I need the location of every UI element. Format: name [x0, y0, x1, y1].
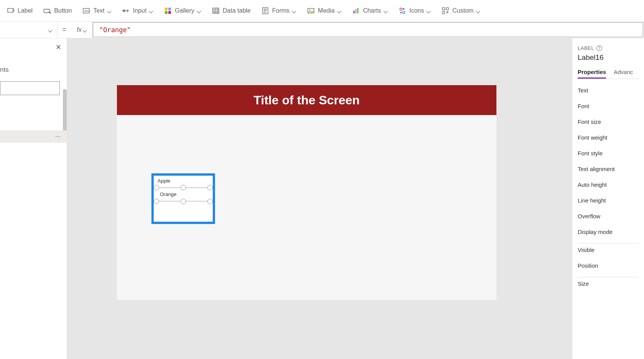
- help-icon[interactable]: ?: [596, 45, 602, 51]
- svg-rect-15: [357, 8, 358, 13]
- forms-icon: [261, 7, 269, 15]
- ribbon-media[interactable]: Media: [302, 5, 346, 17]
- svg-rect-9: [213, 8, 219, 13]
- close-icon[interactable]: ✕: [56, 43, 61, 51]
- ribbon-forms[interactable]: Forms: [257, 5, 301, 17]
- ribbon-input-label: Input: [133, 7, 147, 14]
- custom-icon: [442, 7, 449, 15]
- control-name: Label16: [578, 53, 639, 62]
- formula-input[interactable]: "Orange": [93, 22, 643, 37]
- chevron-down-icon: [197, 9, 201, 13]
- selected-label-control[interactable]: Orange: [156, 188, 210, 201]
- input-icon: [122, 7, 130, 15]
- equals-sign: =: [58, 21, 71, 38]
- ribbon-gallery-label: Gallery: [175, 7, 194, 14]
- prop-fontstyle[interactable]: Font style: [578, 146, 639, 161]
- svg-rect-19: [446, 8, 449, 10]
- tree-search-input[interactable]: [0, 81, 60, 95]
- chevron-down-icon: [49, 28, 53, 32]
- prop-position[interactable]: Position: [578, 258, 639, 273]
- prop-fontsize[interactable]: Font size: [578, 114, 639, 129]
- fx-label: fx: [77, 26, 81, 33]
- prop-visible[interactable]: Visible: [578, 243, 639, 257]
- tree-selected-row[interactable]: ⋯: [0, 130, 67, 143]
- svg-rect-18: [442, 8, 445, 10]
- formula-value: "Orange": [99, 26, 131, 34]
- resize-handle[interactable]: [181, 199, 186, 204]
- svg-rect-7: [165, 11, 168, 14]
- tab-advanced[interactable]: Advanc: [614, 66, 633, 79]
- prop-font[interactable]: Font: [578, 99, 639, 114]
- ribbon-button[interactable]: Button: [39, 5, 76, 17]
- button-icon: [43, 7, 51, 15]
- ribbon-icons-label: Icons: [409, 7, 424, 14]
- property-selector[interactable]: [0, 21, 58, 38]
- chevron-down-icon: [338, 9, 342, 13]
- tab-properties[interactable]: Properties: [578, 66, 606, 79]
- svg-rect-5: [165, 8, 168, 10]
- prop-overflow[interactable]: Overflow: [578, 209, 639, 224]
- screen-title[interactable]: Title of the Screen: [117, 85, 496, 115]
- prop-textalignment[interactable]: Text alignment: [578, 161, 639, 176]
- gallery-item-2: Orange: [160, 191, 176, 197]
- gallery-item-1[interactable]: Apple: [154, 176, 213, 186]
- resize-handle[interactable]: [207, 185, 213, 190]
- svg-rect-0: [8, 8, 13, 12]
- chevron-down-icon: [108, 9, 112, 13]
- properties-header: LABEL ?: [578, 45, 639, 51]
- control-type-label: LABEL: [578, 45, 594, 51]
- ribbon-label-text: Label: [18, 7, 33, 14]
- ribbon-charts[interactable]: Charts: [348, 5, 393, 17]
- ribbon-custom[interactable]: Custom: [437, 5, 485, 17]
- ribbon-datatable[interactable]: Data table: [207, 5, 255, 17]
- prop-displaymode[interactable]: Display mode: [578, 224, 639, 239]
- chevron-down-icon: [292, 9, 296, 13]
- more-icon[interactable]: ⋯: [55, 133, 61, 140]
- svg-text:Abc: Abc: [84, 9, 90, 13]
- ribbon-custom-label: Custom: [452, 7, 473, 14]
- gallery-icon: [164, 7, 172, 15]
- tree-subtitle: nts: [0, 66, 9, 74]
- ribbon-text[interactable]: Abc Text: [78, 5, 116, 17]
- gallery-control[interactable]: Apple Orange: [151, 173, 215, 224]
- ribbon-gallery[interactable]: Gallery: [159, 5, 206, 17]
- main-area: ✕ nts ⋯ Title of the Screen Apple Orange: [0, 38, 644, 359]
- fx-button[interactable]: fx: [71, 21, 93, 38]
- resize-handle[interactable]: [207, 199, 213, 204]
- resize-handle[interactable]: [154, 185, 159, 190]
- ribbon-media-label: Media: [318, 7, 335, 14]
- svg-rect-20: [442, 12, 445, 14]
- charts-icon: [352, 7, 360, 15]
- properties-panel: LABEL ? Label16 Properties Advanc Text F…: [572, 38, 644, 359]
- prop-text[interactable]: Text: [578, 83, 639, 98]
- ribbon-datatable-label: Data table: [223, 7, 251, 14]
- ribbon-icons[interactable]: Icons: [394, 5, 435, 17]
- svg-rect-14: [355, 9, 356, 13]
- prop-autoheight[interactable]: Auto height: [578, 177, 639, 192]
- prop-size[interactable]: Size: [578, 277, 639, 291]
- formula-bar: = fx "Orange": [0, 21, 644, 38]
- ribbon-input[interactable]: Input: [118, 5, 158, 17]
- svg-rect-13: [353, 11, 355, 13]
- chevron-down-icon: [150, 9, 153, 13]
- ribbon-text-label: Text: [93, 7, 104, 14]
- label-icon: [7, 7, 15, 15]
- ribbon-label[interactable]: Label: [2, 5, 37, 17]
- icons-icon: [399, 7, 406, 15]
- svg-rect-8: [168, 11, 171, 14]
- svg-rect-6: [168, 8, 171, 10]
- svg-point-12: [309, 9, 310, 10]
- prop-fontweight[interactable]: Font weight: [578, 130, 639, 145]
- svg-rect-1: [44, 9, 50, 13]
- resize-handle[interactable]: [154, 199, 159, 204]
- app-canvas[interactable]: Title of the Screen Apple Orange: [117, 85, 496, 300]
- chevron-down-icon: [83, 28, 87, 32]
- resize-handle[interactable]: [181, 185, 186, 190]
- chevron-down-icon: [476, 9, 480, 13]
- chevron-down-icon: [427, 9, 431, 13]
- tree-view-panel: ✕ nts ⋯: [0, 38, 67, 359]
- datatable-icon: [212, 7, 220, 15]
- chevron-down-icon: [384, 9, 388, 13]
- properties-tabs: Properties Advanc: [578, 66, 639, 79]
- prop-lineheight[interactable]: Line height: [578, 193, 639, 208]
